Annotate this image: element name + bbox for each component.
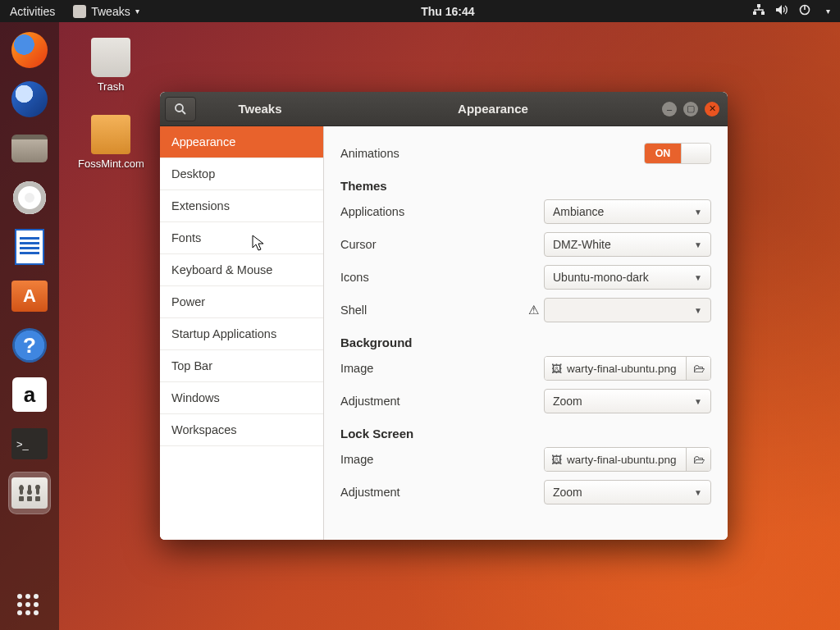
window-title-page: Appearance bbox=[324, 102, 662, 116]
file-open-button[interactable]: 🗁 bbox=[686, 448, 710, 471]
svg-rect-11 bbox=[19, 496, 24, 501]
desktop-icon-trash[interactable]: Trash bbox=[78, 38, 144, 93]
sidebar: Appearance Desktop Extensions Fonts Keyb… bbox=[160, 126, 324, 540]
svg-point-9 bbox=[27, 490, 32, 495]
window-maximize-button[interactable]: ▢ bbox=[683, 102, 698, 116]
content-pane: Animations ON Themes Applications Ambian… bbox=[324, 126, 728, 540]
cursor-combo[interactable]: DMZ-White ▼ bbox=[544, 232, 711, 257]
sidebar-item-appearance[interactable]: Appearance bbox=[160, 126, 323, 158]
network-icon[interactable] bbox=[751, 4, 766, 18]
dock-rhythmbox[interactable] bbox=[8, 176, 51, 219]
warning-icon: ⚠ bbox=[528, 303, 539, 317]
switch-on-label: ON bbox=[645, 144, 681, 163]
combo-value: Zoom bbox=[553, 486, 694, 499]
section-background: Background bbox=[340, 336, 711, 349]
animations-switch[interactable]: ON bbox=[644, 143, 711, 164]
window-close-button[interactable]: ✕ bbox=[705, 102, 719, 116]
combo-value: Zoom bbox=[553, 395, 694, 408]
lock-image-picker[interactable]: 🖼 warty-final-ubuntu.png 🗁 bbox=[544, 447, 711, 472]
search-icon bbox=[174, 103, 187, 116]
applications-combo[interactable]: Ambiance ▼ bbox=[544, 199, 711, 224]
dock-thunderbird[interactable] bbox=[8, 78, 51, 121]
image-icon: 🖼 bbox=[551, 363, 562, 375]
svg-rect-13 bbox=[35, 496, 40, 501]
svg-rect-4 bbox=[804, 5, 806, 10]
lock-adjust-label: Adjustment bbox=[340, 486, 544, 499]
svg-line-15 bbox=[182, 111, 185, 114]
desktop-icon-label: FossMint.com bbox=[78, 158, 144, 170]
svg-rect-12 bbox=[27, 496, 32, 501]
cursor-label: Cursor bbox=[340, 238, 544, 251]
applications-label: Applications bbox=[340, 205, 544, 218]
sidebar-item-windows[interactable]: Windows bbox=[160, 382, 323, 414]
bg-image-picker[interactable]: 🖼 warty-final-ubuntu.png 🗁 bbox=[544, 356, 711, 381]
combo-value: DMZ-White bbox=[553, 238, 694, 251]
window-titlebar[interactable]: Tweaks Appearance – ▢ ✕ bbox=[160, 92, 728, 126]
dock-firefox[interactable] bbox=[8, 29, 51, 71]
top-panel: Activities Tweaks ▾ Thu 16:44 ▾ bbox=[0, 0, 840, 22]
desktop: Activities Tweaks ▾ Thu 16:44 ▾ bbox=[0, 0, 840, 630]
volume-icon[interactable] bbox=[774, 4, 789, 18]
system-menu-chevron-icon[interactable]: ▾ bbox=[820, 7, 835, 16]
desktop-icon-folder[interactable]: FossMint.com bbox=[78, 115, 144, 170]
section-lock-screen: Lock Screen bbox=[340, 427, 711, 441]
folder-icon bbox=[91, 115, 130, 154]
svg-point-14 bbox=[176, 104, 183, 112]
chevron-down-icon: ▼ bbox=[694, 397, 702, 406]
chevron-down-icon: ▼ bbox=[694, 306, 702, 315]
file-value: warty-final-ubuntu.png bbox=[567, 454, 677, 466]
file-open-button[interactable]: 🗁 bbox=[686, 357, 710, 380]
window-controls: – ▢ ✕ bbox=[662, 102, 728, 116]
dock-ubuntu-software[interactable]: A bbox=[8, 275, 51, 317]
animations-label: Animations bbox=[340, 147, 644, 160]
switch-knob bbox=[681, 144, 710, 163]
sidebar-item-extensions[interactable]: Extensions bbox=[160, 190, 323, 222]
bg-adjust-label: Adjustment bbox=[340, 395, 544, 408]
sidebar-item-desktop[interactable]: Desktop bbox=[160, 158, 323, 190]
svg-rect-2 bbox=[761, 11, 765, 15]
activities-button[interactable]: Activities bbox=[5, 5, 60, 18]
power-icon[interactable] bbox=[797, 4, 812, 18]
image-icon: 🖼 bbox=[551, 454, 562, 466]
lock-adjust-combo[interactable]: Zoom ▼ bbox=[544, 480, 711, 504]
svg-point-8 bbox=[19, 486, 24, 491]
combo-value: Ambiance bbox=[553, 205, 694, 218]
dock-amazon[interactable]: a bbox=[8, 373, 51, 416]
icons-label: Icons bbox=[340, 271, 544, 284]
chevron-down-icon: ▾ bbox=[135, 7, 139, 16]
search-button[interactable] bbox=[165, 97, 196, 121]
sidebar-item-fonts[interactable]: Fonts bbox=[160, 222, 323, 254]
dock-tweaks[interactable] bbox=[8, 472, 51, 514]
sidebar-item-top-bar[interactable]: Top Bar bbox=[160, 350, 323, 382]
sidebar-item-power[interactable]: Power bbox=[160, 286, 323, 318]
window-minimize-button[interactable]: – bbox=[662, 102, 677, 116]
tweaks-window: Tweaks Appearance – ▢ ✕ Appearance Deskt… bbox=[160, 92, 728, 540]
app-menu-icon bbox=[73, 5, 86, 18]
dock-files[interactable] bbox=[8, 127, 51, 170]
svg-rect-0 bbox=[757, 4, 760, 7]
sidebar-item-startup-applications[interactable]: Startup Applications bbox=[160, 318, 323, 350]
file-value: warty-final-ubuntu.png bbox=[567, 363, 677, 375]
chevron-down-icon: ▼ bbox=[694, 240, 702, 249]
combo-value: Ubuntu-mono-dark bbox=[553, 271, 694, 284]
dock: A ? a >_ bbox=[0, 22, 59, 630]
document-open-icon: 🗁 bbox=[693, 362, 705, 375]
sidebar-item-workspaces[interactable]: Workspaces bbox=[160, 414, 323, 446]
dock-terminal[interactable]: >_ bbox=[8, 422, 51, 465]
lock-image-label: Image bbox=[340, 453, 544, 466]
icons-combo[interactable]: Ubuntu-mono-dark ▼ bbox=[544, 265, 711, 290]
shell-label: Shell bbox=[340, 304, 528, 317]
panel-clock[interactable]: Thu 16:44 bbox=[144, 5, 751, 18]
trash-icon bbox=[91, 38, 130, 77]
shell-combo: ▼ bbox=[544, 298, 711, 322]
dock-libreoffice-writer[interactable] bbox=[8, 226, 51, 268]
chevron-down-icon: ▼ bbox=[694, 208, 702, 217]
bg-adjust-combo[interactable]: Zoom ▼ bbox=[544, 389, 711, 413]
window-title-app: Tweaks bbox=[196, 102, 324, 116]
svg-point-10 bbox=[35, 485, 40, 490]
dock-help[interactable]: ? bbox=[8, 324, 51, 367]
document-open-icon: 🗁 bbox=[693, 453, 705, 466]
app-menu[interactable]: Tweaks ▾ bbox=[68, 5, 144, 18]
sidebar-item-keyboard-mouse[interactable]: Keyboard & Mouse bbox=[160, 254, 323, 286]
show-applications-button[interactable] bbox=[17, 594, 42, 619]
